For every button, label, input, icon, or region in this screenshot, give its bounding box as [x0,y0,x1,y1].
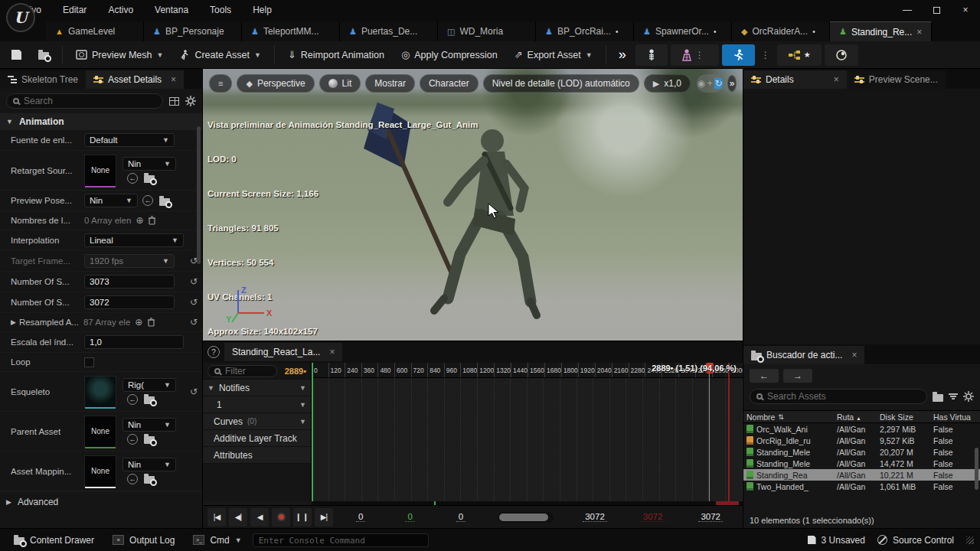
parent-asset-dropdown[interactable]: Nin▼ [122,418,176,432]
retarget-dropdown[interactable]: Nin▼ [122,157,176,171]
track-additive-layer[interactable]: Additive Layer Track [203,430,311,447]
animation-mode-button[interactable] [722,44,755,66]
asset-tab[interactable]: ♟ TeleportMM... • × [242,21,340,41]
track-curves[interactable]: Curves (0) ▼ [203,413,311,430]
lod-button[interactable]: Nivel de detalle (LOD) automático [483,74,639,93]
interpolation-dropdown[interactable]: Lineal▼ [84,233,184,247]
preview-pose-dropdown[interactable]: Nin▼ [84,194,138,207]
transport-range-value[interactable]: 3072 [698,512,723,522]
physics-mode-button[interactable] [825,44,858,66]
asset-row[interactable]: Two_Handed_ /All/Gan 1,061 MiB False [743,481,980,492]
toolbar-overflow-button[interactable]: » [612,47,632,63]
close-icon[interactable]: × [851,350,857,360]
browse-icon[interactable] [144,175,155,183]
reset-icon[interactable]: ↺ [190,297,198,308]
asset-mapping-thumbnail[interactable]: None [84,455,116,487]
browse-icon[interactable] [144,396,155,404]
reset-icon[interactable]: ↺ [190,276,198,287]
trash-icon[interactable] [148,216,156,225]
collapse-arrow-icon[interactable]: ▼ [207,384,214,392]
forward-button[interactable]: → [783,369,812,383]
help-icon[interactable]: ? [207,346,220,358]
tab-preview-scene[interactable]: Preview Scene... [847,70,946,89]
search-input[interactable]: Search [6,93,163,109]
use-selected-icon[interactable]: ← [127,474,138,484]
esqueleto-dropdown[interactable]: Rig(▼ [122,378,176,392]
console-command-input[interactable]: Enter Console Command [253,533,429,547]
preview-mesh-button[interactable]: Preview Mesh▼ [69,44,170,66]
filter-input[interactable]: Filter [207,365,277,377]
transport-value[interactable]: 0 [405,512,414,522]
asset-search-input[interactable]: Search Assets [750,389,927,404]
tab-skeleton-tree[interactable]: Skeleton Tree [0,70,86,89]
asset-row[interactable]: OrcRig_Idle_ru /All/Gan 9,527 KiB False [743,435,980,446]
tab-details[interactable]: Details × [743,70,847,89]
follow-none-icon[interactable]: ◉ [697,78,706,89]
track-notifies[interactable]: ▼ Notifies ▼ [203,380,311,396]
content-drawer-button[interactable]: Content Drawer [6,529,102,551]
use-selected-icon[interactable]: ← [127,173,138,184]
asset-row[interactable]: Standing_Mele /All/Gan 20,207 M False [743,446,980,458]
close-icon[interactable]: × [171,74,176,85]
source-control-button[interactable]: Source Control [877,529,954,551]
reset-icon[interactable]: ↺ [190,317,198,328]
asset-row[interactable]: Standing_Mele /All/Gan 14,472 M False [743,458,980,469]
pause-button[interactable]: ❙❙ [293,508,312,527]
follow-bounds-icon[interactable]: + [705,78,714,89]
export-asset-button[interactable]: ⇗ Export Asset▼ [508,44,599,66]
escala-field[interactable]: 1,0 [84,335,184,349]
close-icon[interactable]: × [329,347,335,357]
browse-to-asset-button[interactable] [31,44,56,66]
character-button[interactable]: Character [420,74,479,93]
viewport-menu-button[interactable]: ≡ [209,74,232,93]
reimport-animation-button[interactable]: ⇓ Reimport Animation [281,44,391,66]
expand-arrow-icon[interactable]: ▶ [11,318,16,326]
track-attributes[interactable]: Attributes [203,447,311,464]
more-options-icon[interactable]: ⋮ [692,50,708,60]
transport-value[interactable]: 0 [456,512,466,522]
asset-row[interactable]: Standing_Rea /All/Gan 10,221 M False [743,469,980,481]
asset-tab[interactable]: ◫ WD_Moria • × [438,21,536,41]
asset-table-scrollbar[interactable] [975,448,978,490]
asset-tab[interactable]: ◆ OrcRaiderA... • × [732,21,830,41]
number-field[interactable]: 3073 [84,275,175,289]
scrollbar-thumb[interactable] [499,514,548,521]
asset-tab[interactable]: ♟ BP_OrcRai... • × [536,21,634,41]
record-button[interactable] [272,508,290,527]
menu-item[interactable]: Activo [97,0,144,20]
add-element-icon[interactable]: ⊕ [136,215,143,226]
cmd-button[interactable]: >_ Cmd ▼ [185,529,249,551]
filter-icon[interactable] [949,393,958,400]
tab-asset-browser[interactable]: Buscador de acti... × [743,346,864,364]
use-selected-icon[interactable]: ← [127,394,138,405]
add-element-icon[interactable]: ⊕ [135,317,142,328]
folder-icon[interactable] [933,394,943,402]
apply-compression-button[interactable]: ◎ Apply Compression [394,44,505,66]
perspective-button[interactable]: ◆Perspective [237,74,314,93]
column-has-virtual[interactable]: Has Virtua [930,412,980,422]
play-reverse-button[interactable]: ◀ [250,508,269,527]
asset-tab[interactable]: ▲ GameLevel • × [46,21,144,41]
unreal-logo-icon[interactable]: U [6,3,35,32]
fuente-dropdown[interactable]: Default▼ [84,133,175,147]
left-panel-scrollbar[interactable] [197,126,201,264]
display-options-icon[interactable] [169,97,179,106]
tab-asset-details[interactable]: Asset Details × [86,70,184,89]
unsaved-button[interactable]: 3 Unsaved [808,529,865,551]
asset-row[interactable]: Orc_Walk_Ani /All/Gan 2,297 MiB False [743,423,980,435]
transport-value[interactable]: 0 [356,512,365,522]
menu-item[interactable]: Tools [199,0,242,20]
timeline-track-area[interactable]: 0 120 240 360 480 600 720 840 960 [312,363,743,501]
timeline-scrollbar[interactable] [498,512,554,523]
retarget-thumbnail[interactable]: None [84,155,116,187]
track-options-icon[interactable]: ▼ [299,384,306,392]
transport-range-value[interactable]: 3072 [641,512,665,522]
parent-asset-thumbnail[interactable]: None [84,416,116,448]
track-options-icon[interactable]: ▼ [299,401,306,409]
reset-icon[interactable]: ↺ [190,386,198,397]
trash-icon[interactable] [147,318,155,327]
section-animation[interactable]: ▼Animation [0,113,202,130]
target-framerate-dropdown[interactable]: 1920 fps▼ [84,254,175,268]
use-selected-icon[interactable]: ← [127,434,138,445]
close-button[interactable]: × [951,0,980,20]
